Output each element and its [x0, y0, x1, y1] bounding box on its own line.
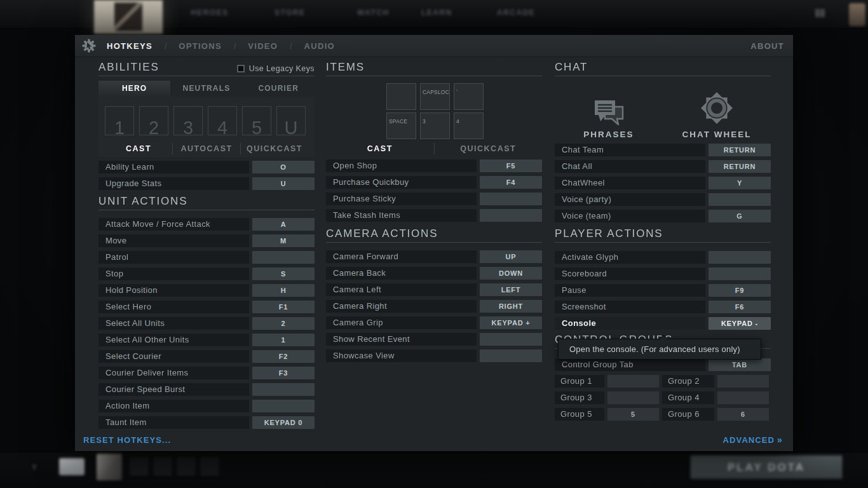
about-link[interactable]: ABOUT — [750, 35, 784, 57]
hotkey-button[interactable]: TAB — [709, 358, 771, 371]
hotkey-button[interactable]: F3 — [252, 367, 315, 379]
hotkey-button[interactable]: F1 — [252, 301, 315, 313]
main-nav-item[interactable]: HEROES — [191, 8, 229, 17]
console-tooltip: Open the console. (For advanced users on… — [558, 339, 761, 360]
legacy-keys-checkbox[interactable] — [237, 65, 245, 72]
hotkey-button[interactable]: F6 — [709, 301, 771, 313]
item-slot[interactable]: ` — [454, 83, 484, 110]
main-nav-item[interactable]: STORE — [275, 8, 306, 17]
item-slot[interactable]: CAPSLOCK — [420, 83, 450, 110]
tab-hotkeys[interactable]: HOTKEYS — [107, 41, 153, 51]
item-slot[interactable]: 4 — [454, 112, 484, 139]
hotkey-button[interactable]: F9 — [709, 284, 771, 297]
ability-target-tab[interactable]: NEUTRALS — [170, 81, 242, 97]
profile-avatar[interactable] — [849, 3, 865, 26]
hotkey-button[interactable]: DOWN — [480, 267, 542, 280]
action-label: Select All Units — [98, 317, 249, 330]
hotkey-button[interactable]: A — [252, 218, 315, 231]
hotkey-button[interactable] — [480, 349, 542, 362]
hotkey-button[interactable] — [480, 209, 542, 222]
group-hotkey-button[interactable] — [607, 391, 659, 404]
hotkey-button[interactable] — [252, 400, 315, 412]
ability-target-tab[interactable]: HERO — [98, 81, 170, 97]
ability-slot[interactable]: U — [276, 106, 306, 135]
advanced-link[interactable]: ADVANCED» — [723, 435, 783, 445]
tab-audio[interactable]: AUDIO — [304, 41, 335, 51]
tab-options[interactable]: OPTIONS — [179, 41, 222, 51]
hotkey-button[interactable]: KEYPAD + — [480, 316, 542, 329]
ability-target-tab[interactable]: COURIER — [243, 81, 315, 97]
hero-portrait-thumb[interactable] — [97, 454, 122, 480]
cast-mode-tab[interactable]: CAST — [326, 143, 434, 154]
hotkey-button[interactable] — [709, 193, 771, 206]
ability-slot[interactable]: 5 — [242, 106, 271, 135]
ability-slot[interactable]: 4 — [208, 106, 237, 135]
hotkey-button[interactable]: RETURN — [709, 144, 771, 156]
group-hotkey-button[interactable]: 6 — [717, 408, 769, 421]
grid-menu-icon[interactable] — [815, 9, 825, 17]
item-slot[interactable]: 3 — [420, 112, 450, 139]
hotkey-button[interactable]: U — [252, 177, 315, 190]
chat-window-icon[interactable] — [59, 458, 85, 475]
hotkey-button[interactable]: M — [252, 234, 315, 247]
hotkey-button[interactable] — [709, 268, 771, 280]
hotkey-row: Voice (team) G — [555, 210, 771, 222]
tab-separator: / — [290, 42, 292, 51]
hotkey-button[interactable]: O — [252, 161, 315, 173]
hotkey-button[interactable]: F5 — [480, 159, 542, 172]
hotkey-button[interactable]: G — [709, 210, 771, 222]
group-hotkey-button[interactable] — [717, 391, 769, 404]
hotkey-button[interactable] — [709, 251, 771, 264]
tab-video[interactable]: VIDEO — [248, 41, 278, 51]
hotkey-button[interactable] — [480, 333, 542, 346]
hotkey-button[interactable]: KEYPAD - — [709, 317, 771, 330]
ability-slots: 1 2 3 4 — [105, 106, 308, 135]
hotkey-button[interactable]: 2 — [252, 317, 315, 330]
hotkey-button[interactable]: UP — [480, 250, 542, 263]
hotkey-button[interactable]: S — [252, 268, 315, 280]
hotkey-button[interactable]: F4 — [480, 176, 542, 189]
action-label: Chat All — [555, 160, 705, 173]
hotkey-button[interactable]: LEFT — [480, 283, 542, 296]
hotkey-button[interactable]: RIGHT — [480, 300, 542, 313]
hotkey-button[interactable] — [252, 383, 315, 396]
cast-mode-tab[interactable]: QUICKCAST — [240, 143, 308, 154]
hotkey-button[interactable]: 1 — [252, 334, 315, 346]
item-slot[interactable] — [386, 83, 416, 110]
main-nav-item[interactable]: WATCH — [357, 8, 390, 17]
dota-logo[interactable] — [94, 0, 163, 34]
hotkey-row: Attack Move / Force Attack A — [98, 218, 315, 231]
main-nav-item[interactable]: LEARN — [421, 8, 452, 17]
camera-actions-section-header: CAMERA ACTIONS — [326, 230, 542, 243]
hotkey-button[interactable] — [480, 193, 542, 205]
hotkey-row: Select Courier F2 — [98, 350, 315, 363]
hotkey-row: Select All Units 2 — [98, 317, 315, 330]
reset-hotkeys-link[interactable]: RESET HOTKEYS... — [83, 435, 171, 445]
ability-slot[interactable]: 1 — [105, 106, 134, 135]
hotkey-button[interactable] — [252, 251, 315, 264]
hotkey-button[interactable]: RETURN — [709, 160, 771, 173]
group-hotkey-button[interactable] — [607, 375, 659, 388]
ability-slot-key: 1 — [114, 119, 125, 137]
main-nav-item[interactable]: ARCADE — [497, 8, 535, 17]
group-hotkey-button[interactable]: 5 — [607, 408, 659, 421]
action-label: Pause — [555, 284, 705, 297]
item-slot[interactable]: SPACE — [386, 112, 416, 139]
item-slots: CAPSLOCK ` SPACE 3 4 — [386, 83, 484, 139]
settings-header: HOTKEYS / OPTIONS / VIDEO / AUDIO ABOUT — [75, 35, 793, 57]
hotkey-button[interactable]: F2 — [252, 350, 315, 363]
ability-slot-key: U — [285, 119, 298, 137]
bottom-bar-slot — [154, 458, 172, 475]
hotkey-button[interactable]: KEYPAD 0 — [252, 416, 315, 429]
ability-slot[interactable]: 3 — [173, 106, 203, 135]
action-label: Camera Right — [326, 300, 477, 313]
play-dota-button[interactable]: PLAY DOTA — [690, 455, 843, 479]
cast-mode-tab[interactable]: CAST — [105, 143, 172, 154]
group-hotkey-button[interactable] — [717, 375, 769, 388]
hotkey-button[interactable]: Y — [709, 177, 771, 189]
ability-slot[interactable]: 2 — [139, 106, 168, 135]
cast-mode-tab[interactable]: QUICKCAST — [434, 143, 543, 154]
cast-mode-tab[interactable]: AUTOCAST — [172, 143, 240, 154]
hotkey-button[interactable]: H — [252, 284, 315, 297]
action-label: Select Hero — [98, 301, 249, 313]
